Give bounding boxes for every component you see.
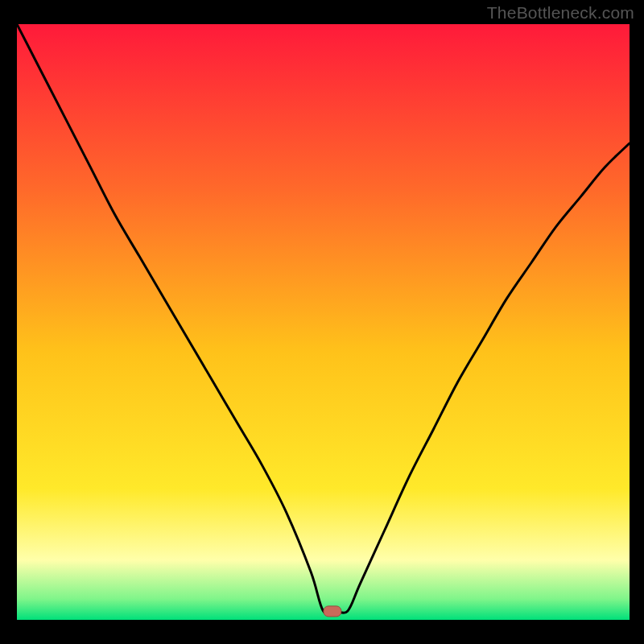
chart-svg [17, 24, 630, 620]
gradient-background [17, 24, 630, 620]
optimal-marker [324, 606, 341, 617]
watermark-text: TheBottleneck.com [487, 3, 634, 23]
chart-frame: TheBottleneck.com [0, 0, 644, 644]
plot-area [17, 24, 630, 620]
